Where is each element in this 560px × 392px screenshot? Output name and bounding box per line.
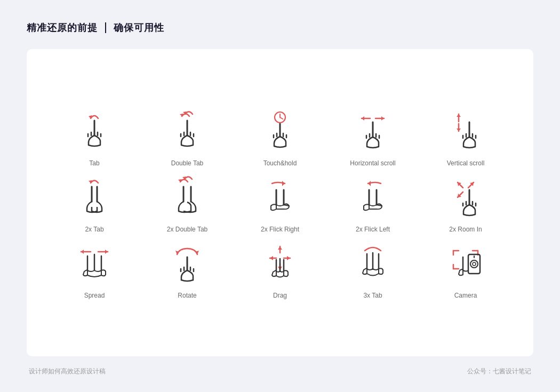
svg-marker-38 <box>287 256 290 260</box>
page-header: 精准还原的前提 确保可用性 <box>27 21 533 34</box>
gesture-tab: Tab <box>48 106 141 167</box>
gesture-double-tab: Double Tab <box>141 106 234 167</box>
double-tab-icon <box>163 106 211 154</box>
2xtab-icon <box>70 172 118 220</box>
hscroll-label: Horizontal scroll <box>350 159 395 167</box>
hscroll-icon <box>349 106 397 154</box>
gesture-rotate: Rotate <box>141 238 234 299</box>
touchhold-label: Touch&hold <box>263 159 297 167</box>
svg-marker-28 <box>105 250 108 254</box>
3xtab-icon <box>349 238 397 286</box>
2xflickright-icon <box>256 172 304 220</box>
svg-marker-32 <box>278 246 282 250</box>
header-subtitle: 确保可用性 <box>114 21 164 34</box>
gesture-2xflickleft: 2x Flick Left <box>326 172 419 233</box>
svg-point-47 <box>473 262 476 266</box>
camera-label: Camera <box>454 292 477 299</box>
gesture-grid: Tab Double Tab <box>48 106 512 299</box>
footer-right-text: 公众号：七酱设计笔记 <box>467 367 531 376</box>
svg-marker-36 <box>270 256 273 260</box>
3xtab-label: 3x Tab <box>363 292 382 299</box>
svg-marker-26 <box>81 250 84 254</box>
header-divider <box>105 22 106 33</box>
footer-left-text: 设计师如何高效还原设计稿 <box>29 367 106 376</box>
svg-marker-7 <box>362 116 364 121</box>
svg-line-5 <box>280 117 283 119</box>
drag-icon <box>256 238 304 286</box>
2xroomin-icon <box>442 172 490 220</box>
2xtab-label: 2x Tab <box>85 226 103 233</box>
rotate-label: Rotate <box>178 292 196 299</box>
gesture-vscroll: Vertical scroll <box>419 106 512 167</box>
svg-marker-11 <box>457 114 461 117</box>
double-tab-label: Double Tab <box>171 159 204 167</box>
spread-label: Spread <box>84 292 105 299</box>
tab-label: Tab <box>89 159 99 167</box>
gesture-3xtab: 3x Tab <box>326 238 419 299</box>
svg-point-46 <box>470 260 478 268</box>
svg-marker-18 <box>368 181 371 186</box>
svg-marker-9 <box>381 116 384 121</box>
2xroomin-label: 2x Room In <box>449 226 482 233</box>
2xdoubletab-label: 2x Double Tab <box>167 226 208 233</box>
gesture-spread: Spread <box>48 238 141 299</box>
gesture-camera: Camera <box>419 238 512 299</box>
2xflickright-label: 2x Flick Right <box>261 226 299 233</box>
vscroll-icon <box>442 106 490 154</box>
rotate-icon <box>163 238 211 286</box>
svg-marker-13 <box>457 129 461 131</box>
gesture-card: Tab Double Tab <box>27 49 533 356</box>
gesture-2xroomin: 2x Room In <box>419 172 512 233</box>
gesture-hscroll: Horizontal scroll <box>326 106 419 167</box>
gesture-2xdoubletab: 2x Double Tab <box>141 172 234 233</box>
drag-label: Drag <box>273 292 287 299</box>
spread-icon <box>70 238 118 286</box>
gesture-2xtab: 2x Tab <box>48 172 141 233</box>
svg-marker-17 <box>282 181 285 186</box>
2xdoubletab-icon <box>163 172 211 220</box>
gesture-touchhold: Touch&hold <box>234 106 326 167</box>
page-footer: 设计师如何高效还原设计稿 公众号：七酱设计笔记 <box>27 367 533 376</box>
gesture-2xflickright: 2x Flick Right <box>234 172 326 233</box>
gesture-drag: Drag <box>234 238 326 299</box>
2xflickleft-label: 2x Flick Left <box>356 226 390 233</box>
camera-icon <box>442 238 490 286</box>
vscroll-label: Vertical scroll <box>447 159 485 167</box>
tab-icon <box>70 106 118 154</box>
touchhold-icon <box>256 106 304 154</box>
header-title: 精准还原的前提 <box>27 21 98 34</box>
2xflickleft-icon <box>349 172 397 220</box>
